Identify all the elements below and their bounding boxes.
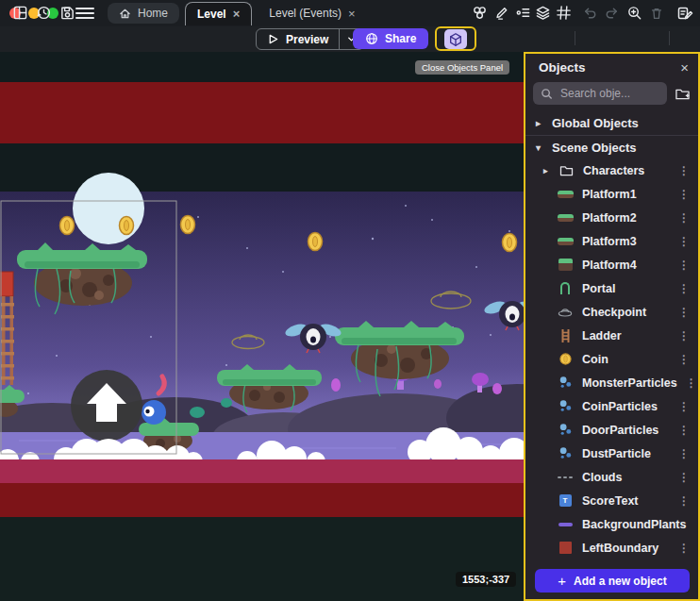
objects-panel-toggle-icon[interactable] [444,29,467,49]
object-menu-icon[interactable]: ⋮ [678,542,698,555]
tab-level-events-close-icon[interactable]: × [348,8,356,20]
object-search-input[interactable] [558,86,659,101]
save-icon[interactable] [58,4,76,22]
object-groups-icon[interactable] [471,4,489,22]
object-menu-icon[interactable]: ⋮ [678,353,698,366]
grid-icon[interactable] [555,4,573,22]
boundary-thumbnail-icon [557,542,574,554]
object-row-doorparticles[interactable]: DoorParticles ⋮ [525,418,698,442]
object-row-coin[interactable]: Coin ⋮ [525,347,698,371]
object-menu-icon[interactable]: ⋮ [678,235,698,248]
platform-thumbnail-icon [557,238,574,245]
saucer-icon [557,308,574,317]
scene-render[interactable] [0,52,525,601]
platform-thumbnail-icon [557,259,574,271]
object-menu-icon[interactable]: ⋮ [686,376,698,390]
close-objects-panel-tooltip: Close Objects Panel [415,60,509,75]
object-row-coinparticles[interactable]: CoinParticles ⋮ [525,394,698,418]
main-menu-icon[interactable] [75,8,94,19]
toolbar-separator [669,31,670,45]
add-new-object-button[interactable]: + Add a new object [535,569,690,593]
history-icon[interactable] [35,4,53,22]
redo-icon[interactable] [603,4,621,22]
global-objects-label: Global Objects [552,116,639,130]
object-row-scoretext[interactable]: T ScoreText ⋮ [525,489,698,512]
objects-panel-close-icon[interactable]: × [680,60,689,75]
tab-level[interactable]: Level × [185,2,252,25]
object-menu-icon[interactable]: ⋮ [678,329,698,342]
objects-panel: Objects × ▸ Global Objects ▾ Scene Objec… [524,52,700,601]
edit-pencil-icon[interactable] [492,4,510,22]
particles-icon [557,423,574,437]
object-row-backgroundplants[interactable]: BackgroundPlants ⋮ [525,512,698,536]
add-folder-icon[interactable] [675,87,691,101]
add-new-object-label: Add a new object [574,575,667,588]
object-row-checkpoint[interactable]: Checkpoint ⋮ [525,300,698,324]
preview-button[interactable]: Preview [256,28,364,50]
object-menu-icon[interactable]: ⋮ [678,471,698,484]
tab-level-close-icon[interactable]: × [233,8,241,20]
tab-level-label: Level [197,8,226,21]
share-label: Share [385,32,416,45]
object-row-clouds[interactable]: Clouds ⋮ [525,465,698,489]
pink-ground-band[interactable] [0,459,525,483]
object-row-ladder[interactable]: Ladder ⋮ [525,324,698,347]
scene-editor-canvas[interactable]: 1553;-337 [0,52,525,601]
object-menu-icon[interactable]: ⋮ [678,259,698,272]
chevron-right-icon: ▸ [536,118,543,128]
objects-panel-title: Objects [539,60,586,75]
share-button[interactable]: Share [353,28,428,49]
tab-home-label: Home [138,7,168,20]
scene-properties-icon[interactable] [675,4,693,22]
object-menu-icon[interactable]: ⋮ [678,211,698,225]
layers-icon[interactable] [534,4,552,22]
undo-icon[interactable] [581,4,599,22]
platform-thumbnail-icon [557,191,574,198]
object-row-platform3[interactable]: Platform3 ⋮ [525,229,698,253]
object-row-dustparticle[interactable]: DustParticle ⋮ [525,442,698,465]
instances-list-icon[interactable] [514,4,532,22]
tab-level-events[interactable]: Level (Events) × [258,2,366,25]
ladder-icon [557,329,574,342]
object-menu-icon[interactable]: ⋮ [678,400,698,413]
object-menu-icon[interactable]: ⋮ [678,447,698,460]
object-menu-icon[interactable]: ⋮ [678,306,698,319]
object-row-platform2[interactable]: Platform2 ⋮ [525,206,698,229]
preview-label: Preview [286,33,328,46]
object-row-platform4[interactable]: Platform4 ⋮ [525,253,698,276]
object-row-platform1[interactable]: Platform1 ⋮ [525,182,698,206]
jump-control-overlay[interactable] [71,370,142,442]
object-row-leftboundary[interactable]: LeftBoundary ⋮ [525,536,698,559]
bottom-boundary-object[interactable] [0,483,525,517]
particles-icon [557,399,574,413]
plants-thumbnail-icon [557,523,574,526]
scene-objects-section[interactable]: ▾ Scene Objects [525,137,698,159]
chevron-down-icon: ▾ [536,142,543,153]
global-objects-section[interactable]: ▸ Global Objects [525,112,698,134]
object-menu-icon[interactable]: ⋮ [678,424,698,437]
object-menu-icon[interactable]: ⋮ [694,518,698,531]
moon-object[interactable] [73,173,144,244]
scene-objects-list: ▸ Characters ⋮ Platform1 ⋮ Platform2 ⋮ P… [525,159,698,563]
object-row-monsterparticles[interactable]: MonsterParticles ⋮ [525,371,698,394]
object-menu-icon[interactable]: ⋮ [678,494,698,508]
object-search-box[interactable] [533,82,667,105]
object-menu-icon[interactable]: ⋮ [678,282,698,295]
coin-icon [557,353,574,365]
object-row-characters[interactable]: ▸ Characters ⋮ [525,159,698,182]
text-object-icon: T [557,494,574,507]
object-menu-icon[interactable]: ⋮ [678,164,698,177]
trash-icon[interactable] [647,4,665,22]
particles-icon [557,376,574,390]
toolbar-separator [575,31,575,45]
object-menu-icon[interactable]: ⋮ [678,188,698,201]
editor-background-bottom [0,517,525,601]
panels-layout-icon[interactable] [11,4,29,22]
portal-icon [557,282,574,294]
plus-icon: + [558,573,566,589]
particles-icon [557,446,574,460]
tab-home[interactable]: Home [108,3,179,24]
top-boundary-object[interactable] [0,82,525,143]
zoom-in-icon[interactable] [625,4,643,22]
object-row-portal[interactable]: Portal ⋮ [525,276,698,300]
